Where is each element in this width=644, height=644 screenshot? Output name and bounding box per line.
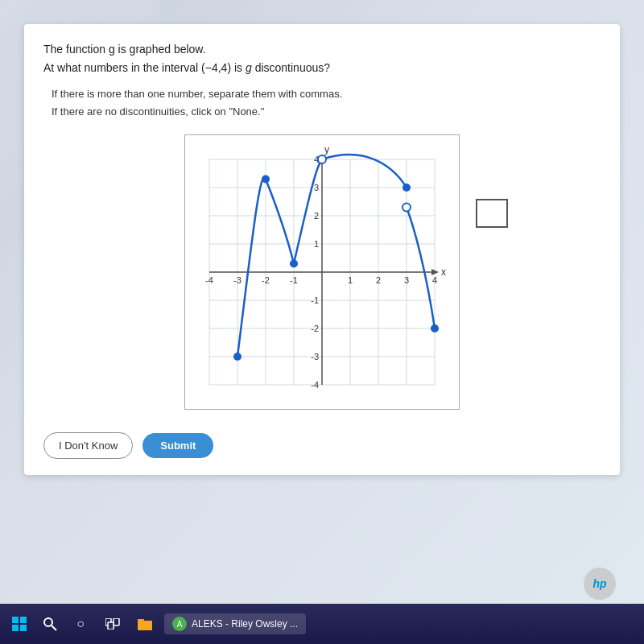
- taskbar: ○ A ALEKS - Riley Owsley ...: [0, 604, 644, 644]
- question-line1: The function g is graphed below.: [43, 40, 601, 58]
- dont-know-button[interactable]: I Don't Know: [43, 432, 133, 459]
- svg-rect-3: [20, 625, 27, 631]
- svg-rect-1: [20, 617, 27, 623]
- svg-rect-8: [108, 622, 114, 630]
- submit-button[interactable]: Submit: [142, 433, 213, 458]
- aleks-app-icon: A: [172, 617, 187, 631]
- aleks-taskbar-item[interactable]: A ALEKS - Riley Owsley ...: [164, 613, 306, 634]
- buttons-row: I Don't Know Submit: [43, 426, 601, 459]
- graph-wrapper: [184, 134, 460, 410]
- task-view-icon[interactable]: [100, 611, 126, 637]
- svg-rect-10: [138, 619, 144, 622]
- question-line2: At what numbers in the interval (−4,4) i…: [43, 61, 601, 74]
- aleks-app-label: ALEKS - Riley Owsley ...: [192, 618, 298, 630]
- hp-logo: hp: [580, 572, 620, 596]
- graph-container: [43, 134, 601, 410]
- hp-brand: hp: [584, 568, 616, 600]
- function-graph: [184, 134, 460, 410]
- svg-rect-7: [114, 618, 119, 625]
- instruction-line2: If there are no discontinuities, click o…: [52, 105, 264, 118]
- svg-line-5: [52, 625, 56, 630]
- instructions: If there is more than one number, separa…: [52, 85, 601, 121]
- svg-rect-2: [12, 625, 19, 631]
- answer-input-box[interactable]: [476, 199, 508, 228]
- svg-rect-0: [12, 617, 19, 623]
- content-panel: The function g is graphed below. At what…: [24, 24, 620, 475]
- cortana-icon[interactable]: ○: [68, 611, 93, 637]
- search-icon[interactable]: [39, 613, 61, 635]
- windows-start-icon[interactable]: [6, 611, 32, 637]
- instruction-line1: If there is more than one number, separa…: [52, 88, 342, 100]
- svg-point-4: [44, 618, 52, 626]
- file-explorer-icon[interactable]: [132, 611, 158, 637]
